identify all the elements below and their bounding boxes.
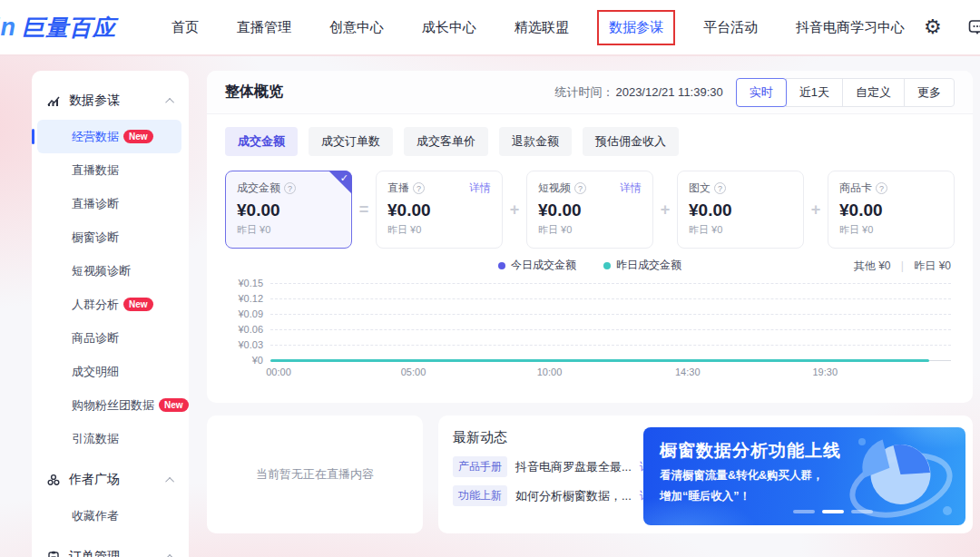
stat-card-image-text[interactable]: 图文 ? ¥0.00 昨日 ¥0 [677, 171, 804, 249]
legend-dot-today [498, 262, 505, 269]
detail-link[interactable]: 详情 [620, 181, 642, 196]
sidebar-item-favorite-authors[interactable]: 收藏作者 [32, 499, 189, 533]
stat-card-yesterday: 昨日 ¥0 [538, 223, 642, 237]
stat-card-product-card[interactable]: 商品卡 ? ¥0.00 昨日 ¥0 [828, 171, 955, 249]
stat-card-value: ¥0.00 [237, 200, 340, 220]
stat-cards-row: ✓ 成交金额 ? ¥0.00 昨日 ¥0 = 直播 ? 详情 [225, 171, 955, 249]
tab-order-count[interactable]: 成交订单数 [309, 127, 393, 156]
time-filter-custom[interactable]: 自定义 [842, 78, 905, 107]
tab-estimated-commission[interactable]: 预估佣金收入 [583, 127, 679, 156]
bottom-row: 当前暂无正在直播内容 最新动态 产品手册 抖音电商罗盘最全最... 详情 功能上… [207, 415, 973, 533]
new-badge: New [159, 398, 189, 412]
operator-equals: = [352, 171, 376, 249]
stat-card-live[interactable]: 直播 ? 详情 ¥0.00 昨日 ¥0 [376, 171, 503, 249]
gmv-trend-chart: 今日成交金额 昨日成交金额 其他 ¥0 | 昨日 ¥0 ¥0.15 [225, 258, 955, 394]
tab-refund-amount[interactable]: 退款金额 [499, 127, 572, 156]
sidebar-section-label: 数据参谋 [69, 93, 120, 109]
promo-banner[interactable]: 橱窗数据分析功能上线 看清橱窗流量&转化&购买人群， 增加“睡后收入”！ [643, 427, 965, 525]
news-text: 如何分析橱窗数据，... [515, 488, 632, 504]
operator-plus: + [503, 171, 526, 249]
stat-card-label: 直播 [387, 181, 409, 196]
help-icon[interactable]: ? [574, 182, 586, 194]
sidebar-item-live-data[interactable]: 直播数据 [32, 153, 189, 187]
carousel-dot[interactable] [793, 510, 815, 513]
live-empty-text: 当前暂无正在直播内容 [256, 466, 374, 483]
news-panel: 最新动态 产品手册 抖音电商罗盘最全最... 详情 功能上新 如何分析橱窗数据，… [438, 415, 973, 533]
time-filter-last-1-day[interactable]: 近1天 [786, 78, 843, 107]
sidebar-section-data-advisor[interactable]: 数据参谋 [32, 82, 189, 120]
detail-link[interactable]: 详情 [469, 181, 491, 196]
help-icon[interactable]: ? [413, 182, 425, 194]
bar-chart-icon [46, 93, 61, 108]
legend-dot-yesterday [603, 262, 611, 269]
sidebar-item-traffic-data[interactable]: 引流数据 [32, 422, 189, 455]
sidebar-item-fan-club-data[interactable]: 购物粉丝团数据 New [32, 388, 189, 422]
messages-chat-icon[interactable] [967, 17, 980, 37]
sidebar-item-transaction-details[interactable]: 成交明细 [32, 355, 189, 388]
stat-card-value: ¥0.00 [839, 200, 943, 220]
operator-plus: + [653, 171, 677, 249]
sidebar-item-live-diagnosis[interactable]: 直播诊断 [32, 187, 189, 220]
yesterday-series-line [270, 359, 929, 362]
stat-card-value: ¥0.00 [387, 200, 491, 220]
news-tag: 产品手册 [453, 456, 507, 477]
time-filter-realtime[interactable]: 实时 [736, 78, 787, 107]
help-icon[interactable]: ? [284, 182, 296, 194]
sidebar-item-product-diagnosis[interactable]: 商品诊断 [32, 321, 189, 355]
chart-plot-area: ¥0.15 ¥0.12 ¥0.09 ¥0.06 ¥0.03 ¥0 [225, 283, 951, 360]
help-icon[interactable]: ? [714, 182, 726, 194]
stat-card-label: 成交金额 [237, 181, 280, 196]
tab-avg-order-value[interactable]: 成交客单价 [404, 127, 488, 156]
sidebar-section-author-plaza[interactable]: 作者广场 [32, 461, 189, 499]
new-badge: New [123, 130, 153, 143]
main-content: 整体概览 统计时间： 2023/12/21 11:39:30 实时 近1天 自定… [207, 71, 973, 557]
operator-plus: + [804, 171, 828, 249]
chart-summary: 其他 ¥0 | 昨日 ¥0 [854, 259, 951, 274]
stat-card-short-video[interactable]: 短视频 ? 详情 ¥0.00 昨日 ¥0 [526, 171, 653, 249]
sidebar-item-short-video-diagnosis[interactable]: 短视频诊断 [32, 254, 189, 288]
nav-item-ecommerce-learning-center[interactable]: 抖音电商学习中心 [777, 19, 924, 36]
stat-card-yesterday: 昨日 ¥0 [689, 223, 792, 237]
time-filter-more[interactable]: 更多 [904, 78, 955, 107]
nav-item-data-advisor[interactable]: 数据参谋 [588, 10, 684, 45]
stat-card-label: 短视频 [538, 181, 571, 196]
app-logo[interactable]: in 巨量百应 [0, 13, 116, 43]
stat-time-label: 统计时间： [554, 84, 613, 101]
legend-today[interactable]: 今日成交金额 [498, 258, 576, 273]
nav-item-creative-center[interactable]: 创意中心 [310, 19, 403, 36]
sidebar-item-showcase-diagnosis[interactable]: 橱窗诊断 [32, 220, 189, 254]
page-title: 整体概览 [225, 83, 283, 102]
overview-panel: 整体概览 统计时间： 2023/12/21 11:39:30 实时 近1天 自定… [207, 71, 973, 403]
sidebar: 数据参谋 经营数据 New 直播数据 直播诊断 橱窗诊断 短视频诊断 人群分析 … [32, 71, 189, 557]
nav-item-home[interactable]: 首页 [152, 19, 218, 36]
page-body: 数据参谋 经营数据 New 直播数据 直播诊断 橱窗诊断 短视频诊断 人群分析 … [0, 56, 980, 557]
other-amount: 其他 ¥0 [854, 259, 891, 272]
new-badge: New [123, 298, 153, 311]
legend-yesterday[interactable]: 昨日成交金额 [603, 258, 681, 273]
sidebar-item-audience-analysis[interactable]: 人群分析 New [32, 288, 189, 321]
nav-item-live-management[interactable]: 直播管理 [218, 19, 310, 36]
sidebar-section-order-management[interactable]: 订单管理 [32, 538, 189, 557]
logo-prefix: in [0, 14, 16, 42]
tab-gmv[interactable]: 成交金额 [225, 127, 298, 156]
chevron-up-icon [165, 476, 174, 485]
stat-card-yesterday: 昨日 ¥0 [237, 223, 340, 237]
main-nav: 首页 直播管理 创意中心 成长中心 精选联盟 数据参谋 平台活动 抖音电商学习中… [152, 10, 924, 45]
pie-chart-graphic [840, 427, 962, 525]
authors-cluster-icon [46, 473, 61, 487]
stat-card-value: ¥0.00 [689, 200, 792, 220]
settings-gear-icon[interactable]: ⚙ [924, 17, 942, 37]
check-icon: ✓ [340, 172, 348, 184]
stat-card-value: ¥0.00 [538, 200, 642, 220]
sidebar-item-business-data[interactable]: 经营数据 New [37, 120, 181, 153]
sidebar-section-label: 订单管理 [69, 549, 120, 557]
nav-item-platform-activities[interactable]: 平台活动 [684, 19, 777, 36]
help-icon[interactable]: ? [876, 182, 887, 194]
x-axis-ticks: 00:00 05:00 10:00 14:30 19:30 [270, 366, 951, 381]
nav-icons: ⚙ [924, 17, 980, 37]
stat-card-gmv[interactable]: ✓ 成交金额 ? ¥0.00 昨日 ¥0 [225, 171, 352, 249]
stat-card-label: 图文 [689, 181, 710, 196]
nav-item-selected-alliance[interactable]: 精选联盟 [495, 19, 588, 36]
yesterday-amount: 昨日 ¥0 [914, 259, 951, 272]
nav-item-growth-center[interactable]: 成长中心 [403, 19, 495, 36]
